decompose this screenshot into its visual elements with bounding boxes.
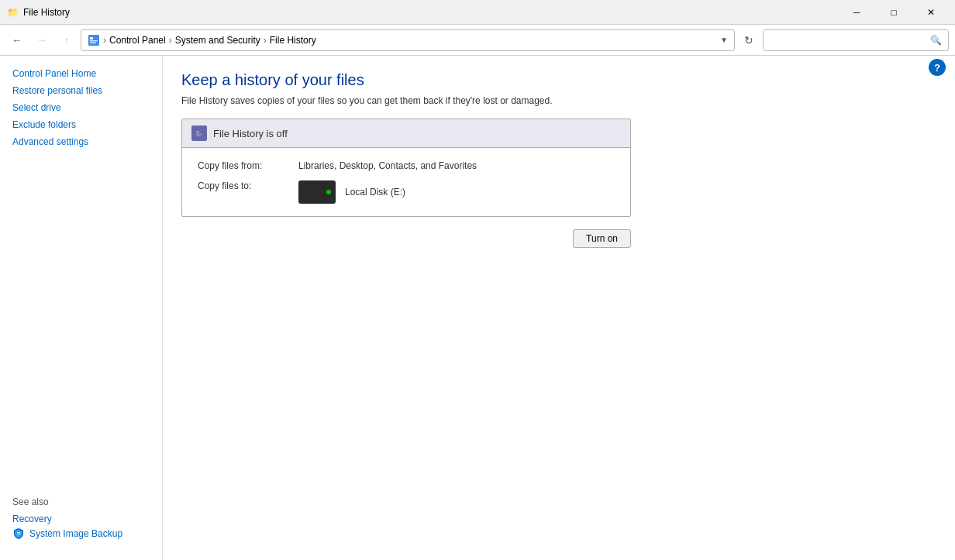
address-bar: ← → ↑ › Control Panel › System and Secur… [0, 25, 955, 56]
copy-files-from-label: Copy files from: [198, 160, 298, 171]
sidebar-item-advanced-settings[interactable]: Advanced settings [12, 133, 150, 150]
path-control-panel[interactable]: Control Panel [109, 35, 166, 46]
file-history-box: File History is off Copy files from: Lib… [181, 119, 631, 217]
svg-rect-1 [90, 37, 93, 40]
path-system-security[interactable]: System and Security [175, 35, 260, 46]
svg-rect-2 [90, 40, 98, 42]
recovery-label: Recovery [12, 514, 52, 524]
svg-rect-9 [196, 136, 201, 136]
sidebar-recovery-link[interactable]: Recovery [12, 512, 150, 526]
path-dropdown-button[interactable]: ▼ [720, 36, 728, 44]
sidebar-bottom: See also Recovery System Image Backup [0, 496, 162, 551]
search-icon: 🔍 [930, 35, 942, 46]
page-title: Keep a history of your files [181, 71, 936, 89]
refresh-button[interactable]: ↻ [738, 29, 760, 51]
svg-rect-3 [90, 42, 96, 43]
action-row: Turn on [181, 229, 631, 248]
copy-files-from-value: Libraries, Desktop, Contacts, and Favori… [298, 160, 477, 171]
sidebar-system-image-backup-link[interactable]: System Image Backup [12, 526, 150, 541]
fh-status-text: File History is off [213, 128, 288, 139]
app-icon: 📁 [6, 6, 19, 19]
up-button[interactable]: ↑ [56, 29, 78, 51]
back-button[interactable]: ← [6, 29, 28, 51]
close-button[interactable]: ✕ [913, 0, 949, 25]
content-area: ? Keep a history of your files File Hist… [163, 56, 955, 560]
path-icon [88, 34, 100, 46]
window-controls: ─ □ ✕ [839, 0, 949, 25]
sidebar-item-select-drive[interactable]: Select drive [12, 99, 150, 116]
turn-on-button[interactable]: Turn on [573, 229, 631, 248]
sidebar-item-control-panel-home[interactable]: Control Panel Home [12, 65, 150, 82]
path-sep-3: › [264, 35, 267, 46]
title-bar: 📁 File History ─ □ ✕ [0, 0, 955, 25]
svg-rect-6 [195, 129, 204, 138]
copy-files-to-value: Local Disk (E:) [345, 187, 405, 198]
drive-icon [298, 180, 336, 204]
path-sep-2: › [169, 35, 172, 46]
sidebar-item-exclude-folders[interactable]: Exclude folders [12, 116, 150, 133]
svg-rect-5 [17, 534, 20, 534]
path-file-history[interactable]: File History [270, 35, 316, 46]
forward-button[interactable]: → [31, 29, 53, 51]
page-description: File History saves copies of your files … [181, 95, 936, 106]
window-title: File History [23, 7, 839, 18]
copy-files-to-label: Copy files to: [198, 180, 298, 191]
sidebar: Control Panel Home Restore personal file… [0, 56, 163, 560]
sidebar-item-restore-personal-files[interactable]: Restore personal files [12, 82, 150, 99]
drive-led [326, 190, 331, 194]
main-layout: Control Panel Home Restore personal file… [0, 56, 955, 560]
address-path[interactable]: › Control Panel › System and Security › … [81, 29, 735, 51]
help-button[interactable]: ? [929, 59, 946, 76]
svg-rect-4 [17, 532, 20, 533]
maximize-button[interactable]: □ [876, 0, 912, 25]
path-sep-1: › [103, 35, 106, 46]
shield-icon [12, 527, 25, 540]
minimize-button[interactable]: ─ [839, 0, 874, 25]
sidebar-nav: Control Panel Home Restore personal file… [0, 65, 162, 150]
svg-rect-7 [196, 131, 199, 133]
fh-status-icon [191, 125, 207, 141]
copy-files-to-row: Copy files to: Local Disk (E:) [198, 180, 615, 204]
fh-box-header: File History is off [182, 119, 630, 148]
fh-box-body: Copy files from: Libraries, Desktop, Con… [182, 148, 630, 216]
drive-row: Local Disk (E:) [298, 180, 405, 204]
svg-rect-8 [196, 134, 202, 135]
see-also-label: See also [12, 496, 150, 507]
copy-files-from-row: Copy files from: Libraries, Desktop, Con… [198, 160, 615, 171]
system-image-backup-label: System Image Backup [29, 528, 122, 539]
search-box[interactable]: 🔍 [763, 29, 949, 51]
